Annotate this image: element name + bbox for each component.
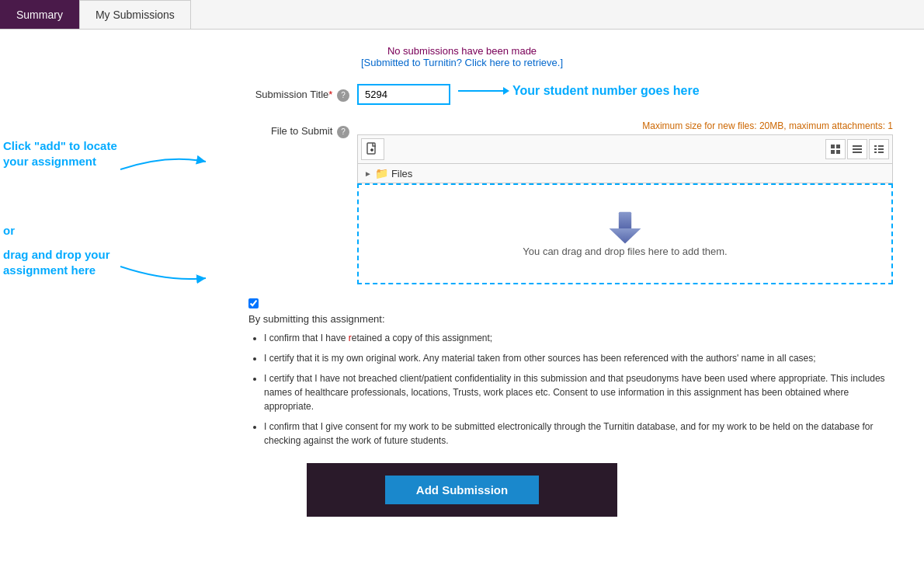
file-area: Maximum size for new files: 20MB, maximu…	[357, 120, 893, 284]
drop-zone[interactable]: You can drag and drop files here to add …	[357, 183, 893, 284]
svg-rect-8	[853, 148, 862, 150]
svg-rect-6	[836, 150, 840, 154]
agreement-section: By submitting this assignment: I confirm…	[248, 297, 893, 448]
title-annotation-arrow: Your student number goes here	[458, 84, 700, 98]
detail-icon	[874, 144, 884, 155]
student-number-annotation: Your student number goes here	[512, 84, 700, 98]
max-size-info: Maximum size for new files: 20MB, maximu…	[357, 120, 893, 131]
list-view-button[interactable]	[847, 139, 867, 159]
grid-view-button[interactable]	[825, 139, 846, 159]
add-file-button[interactable]	[361, 138, 384, 160]
click-annotation: Click "add" to locate your assignment	[3, 138, 131, 169]
drag-annotation: drag and drop your assignment here	[3, 247, 131, 277]
view-icons	[825, 139, 889, 159]
svg-rect-11	[878, 145, 884, 147]
agreement-intro: By submitting this assignment:	[248, 313, 893, 325]
tab-my-submissions[interactable]: My Submissions	[79, 0, 191, 29]
retrieve-link[interactable]: [Submitted to Turnitin? Click here to re…	[361, 57, 563, 68]
agreement-item-3: I confirm that I give consent for my wor…	[264, 420, 893, 448]
click-arrow-svg	[120, 154, 214, 185]
status-area: No submissions have been made [Submitted…	[31, 45, 893, 68]
svg-rect-5	[831, 150, 835, 154]
title-help-icon[interactable]: ?	[337, 89, 349, 102]
agreement-checkbox[interactable]	[248, 298, 259, 308]
file-row: File to Submit ? Maximum size for new fi…	[233, 120, 893, 284]
svg-rect-9	[853, 152, 862, 153]
folder-icon: 📁	[375, 167, 388, 179]
file-toolbar	[357, 134, 893, 164]
svg-rect-14	[874, 152, 877, 153]
file-help-icon[interactable]: ?	[337, 126, 349, 138]
no-submissions-text: No submissions have been made	[31, 45, 893, 57]
drop-arrow-icon	[606, 211, 644, 246]
svg-rect-0	[367, 143, 375, 154]
svg-marker-17	[610, 228, 641, 244]
add-submission-button[interactable]: Add Submission	[385, 476, 539, 504]
title-label: Submission Title* ?	[233, 84, 357, 102]
agreement-list: I confirm that I have retained a copy of…	[248, 331, 893, 448]
svg-rect-13	[878, 148, 884, 150]
svg-rect-4	[836, 145, 840, 148]
folder-label: Files	[391, 168, 412, 179]
grid-icon	[830, 144, 841, 155]
submit-area: Add Submission	[307, 463, 617, 517]
detail-view-button[interactable]	[869, 139, 889, 159]
folder-triangle: ►	[364, 169, 372, 178]
files-tree: ► 📁 Files	[357, 164, 893, 183]
agreement-item-0: I confirm that I have retained a copy of…	[264, 331, 893, 345]
svg-rect-3	[831, 145, 835, 148]
svg-rect-15	[878, 152, 884, 153]
svg-rect-16	[619, 212, 631, 230]
drop-text: You can drag and drop files here to add …	[523, 246, 727, 257]
arrow-line	[458, 90, 505, 92]
or-annotation: or	[3, 224, 15, 237]
submission-title-row: Submission Title* ? Your student number …	[233, 84, 893, 105]
file-label: File to Submit ?	[233, 120, 357, 138]
tab-summary[interactable]: Summary	[0, 0, 79, 29]
svg-rect-12	[874, 148, 877, 150]
list-icon	[852, 144, 863, 155]
add-file-icon	[366, 142, 379, 156]
agreement-item-1: I certify that it is my own original wor…	[264, 351, 893, 365]
title-input[interactable]	[357, 84, 450, 105]
agreement-item-2: I certify that I have not breached clien…	[264, 371, 893, 413]
svg-rect-10	[874, 145, 877, 147]
main-content: No submissions have been made [Submitted…	[0, 30, 924, 532]
checkbox-row	[248, 297, 893, 308]
svg-rect-7	[853, 145, 862, 147]
drag-arrow-svg	[120, 259, 214, 298]
tab-bar: Summary My Submissions	[0, 0, 924, 30]
required-star: *	[328, 89, 332, 100]
